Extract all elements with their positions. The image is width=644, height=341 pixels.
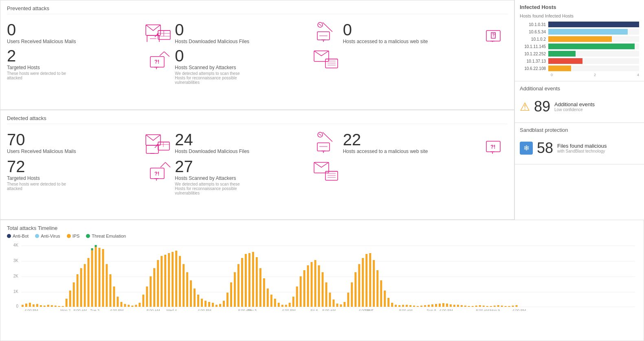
svg-rect-80 — [29, 303, 31, 307]
host-bar-row: 10.1.37.13 — [520, 58, 639, 64]
threat-emulation-dot — [86, 234, 90, 238]
svg-rect-149 — [274, 299, 276, 307]
stat-scanned-det: 27 Hosts Scanned by Attackers We detecte… — [175, 158, 339, 195]
svg-text:4K: 4K — [13, 243, 19, 247]
svg-rect-84 — [44, 306, 46, 307]
svg-rect-117 — [157, 260, 159, 307]
svg-text:1K: 1K — [13, 289, 19, 294]
warning-triangle-icon: ⚠ — [520, 100, 530, 114]
infected-hosts-subtitle: Hosts found Infected Hosts — [520, 13, 639, 18]
svg-rect-151 — [281, 305, 284, 307]
svg-rect-78 — [22, 305, 24, 307]
stat-num: 0 — [175, 48, 248, 64]
svg-rect-205 — [479, 305, 481, 307]
svg-rect-131 — [208, 302, 210, 307]
svg-rect-141 — [245, 254, 247, 307]
svg-text:?!: ?! — [492, 33, 496, 37]
svg-rect-113 — [142, 295, 144, 307]
svg-rect-86 — [51, 305, 53, 307]
svg-rect-147 — [267, 289, 269, 307]
host-bar — [548, 66, 571, 71]
svg-rect-85 — [47, 305, 49, 307]
svg-rect-169 — [347, 293, 349, 307]
right-sidebar: Infected Hosts Hosts found Infected Host… — [514, 0, 644, 220]
svg-rect-122 — [175, 251, 177, 307]
svg-text:4:00 PM: 4:00 PM — [24, 308, 38, 311]
svg-rect-115 — [149, 276, 152, 307]
stat-label: Users Received Malicious Mails — [7, 39, 76, 44]
stat-hosts-web-prev: 0 Hosts accessed to a malicious web site… — [343, 22, 508, 44]
svg-rect-112 — [138, 303, 141, 307]
svg-rect-211 — [501, 306, 503, 307]
sandblast-count: 58 — [537, 140, 553, 157]
svg-line-12 — [323, 22, 332, 32]
svg-rect-196 — [446, 304, 448, 307]
svg-text:Mon 2: Mon 2 — [60, 308, 70, 311]
host-bar-row: 10.1.22.252 — [520, 51, 639, 57]
stat-sub: We detected attempts to scan these Hosts… — [175, 71, 248, 85]
svg-text:8:00 AM: 8:00 AM — [73, 308, 87, 311]
svg-rect-37 — [158, 142, 169, 150]
stat-targeted-prev: 2 Targeted Hosts These hosts were detect… — [7, 48, 171, 85]
svg-text:Wed 4: Wed 4 — [166, 308, 177, 311]
svg-rect-200 — [461, 305, 463, 307]
svg-rect-161 — [318, 265, 320, 307]
host-bar-row: 10.1.11.145 — [520, 44, 639, 49]
svg-rect-179 — [384, 291, 386, 307]
svg-rect-98 — [95, 247, 97, 307]
prevented-attacks-panel: Prevented attacks 0 Users Received Malic… — [0, 0, 514, 110]
svg-text:3K: 3K — [13, 258, 19, 263]
svg-rect-195 — [442, 303, 444, 307]
stat-num: 22 — [343, 131, 428, 148]
additional-events-title: Additional events — [520, 85, 639, 92]
svg-rect-114 — [146, 286, 148, 307]
svg-text:4:00 PM: 4:00 PM — [439, 308, 453, 311]
stat-hosts-web-det: 22 Hosts accessed to a malicious web sit… — [343, 131, 508, 155]
svg-rect-134 — [219, 304, 221, 307]
svg-text:?!: ?! — [154, 170, 159, 177]
stat-label: Hosts Downloaded Malicious Files — [175, 149, 249, 154]
infected-hosts-section: Infected Hosts Hosts found Infected Host… — [515, 0, 644, 81]
stat-num: 24 — [175, 131, 249, 148]
svg-rect-184 — [402, 305, 404, 307]
host-bar — [548, 58, 582, 64]
svg-rect-132 — [212, 303, 214, 307]
svg-text:?!: ?! — [154, 59, 159, 65]
events-sub: Low confidence — [554, 107, 595, 112]
svg-line-60 — [160, 162, 165, 167]
stat-num: 70 — [7, 131, 76, 148]
svg-rect-145 — [259, 268, 262, 307]
host-bar-row: 10.6.22.108 — [520, 66, 639, 71]
svg-rect-111 — [135, 305, 137, 307]
svg-rect-171 — [354, 272, 356, 307]
svg-rect-135 — [223, 301, 225, 307]
sandblast-content: ❄ 58 Files found malicious with SandBlas… — [520, 136, 639, 160]
host-bar-container — [548, 44, 639, 49]
svg-rect-31 — [325, 59, 338, 68]
svg-rect-137 — [230, 282, 232, 307]
svg-rect-126 — [190, 280, 192, 307]
svg-rect-204 — [475, 306, 477, 307]
svg-line-61 — [165, 162, 170, 167]
svg-line-29 — [164, 52, 169, 57]
svg-rect-119 — [164, 255, 166, 307]
svg-text:4:00 PM: 4:00 PM — [282, 308, 295, 311]
host-label: 10.1.0.31 — [520, 22, 548, 27]
svg-rect-138 — [234, 272, 236, 307]
svg-rect-177 — [376, 270, 378, 307]
scan-icon — [313, 48, 340, 71]
svg-rect-133 — [215, 305, 218, 307]
host-bar — [548, 51, 576, 57]
svg-rect-120 — [168, 253, 170, 307]
svg-rect-144 — [256, 257, 258, 307]
svg-rect-208 — [490, 306, 492, 307]
warning2-icon-det: ?! — [149, 158, 171, 184]
svg-rect-1 — [158, 31, 170, 39]
svg-line-47 — [319, 134, 321, 136]
svg-rect-100 — [102, 249, 104, 307]
svg-rect-154 — [292, 297, 295, 307]
svg-text:8:00 AM: 8:00 AM — [238, 308, 251, 311]
svg-rect-99 — [99, 248, 101, 307]
svg-line-43 — [155, 145, 157, 148]
stat-sub: These hosts were detected to be attacked — [7, 71, 80, 80]
